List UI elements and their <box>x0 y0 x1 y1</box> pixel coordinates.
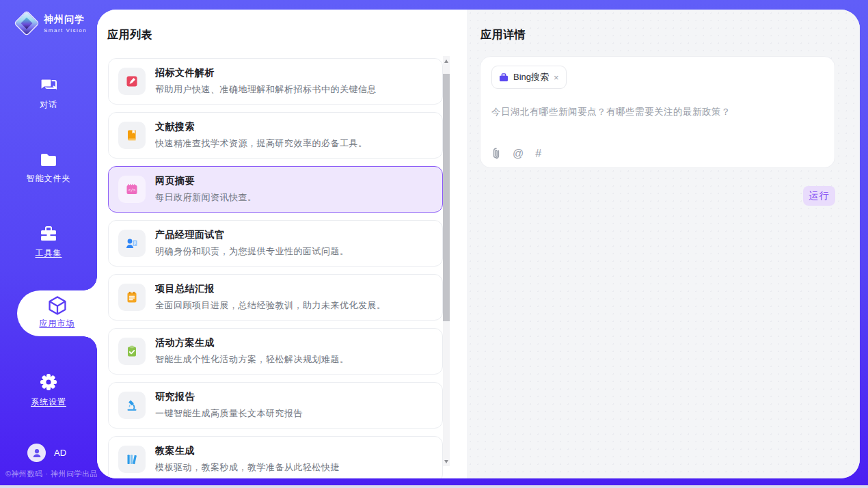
sidebar-item-label: 对话 <box>0 99 97 111</box>
bubble-curve-bottom <box>83 336 97 350</box>
app-list-title: 应用列表 <box>107 28 152 42</box>
app-item-desc: 智能生成个性化活动方案，轻松解决规划难题。 <box>155 353 349 366</box>
app-list-scrollbar[interactable] <box>443 56 450 466</box>
research-report-icon <box>125 398 139 412</box>
app-list-item-project-summary[interactable]: 项目总结汇报 全面回顾项目进展，总结经验教训，助力未来优化发展。 <box>108 274 443 321</box>
app-list-panel: 应用列表 招标文件解析 帮助用户快速、准确地理解和解析招标书中的关键信息 <box>97 10 467 478</box>
sidebar-item-settings[interactable]: 系统设置 <box>0 372 97 408</box>
web-summary-icon: </> <box>125 182 139 196</box>
app-item-title: 招标文件解析 <box>155 67 377 79</box>
app-list-item-pm-interviewer[interactable]: 产品经理面试官 明确身份和职责，为您提供专业性的面试问题。 <box>108 220 443 267</box>
event-plan-icon <box>125 344 139 358</box>
user-initials: AD <box>54 448 66 458</box>
scrollbar-down-arrow[interactable] <box>443 457 450 466</box>
sidebar-item-label: 智能文件夹 <box>0 173 97 185</box>
app-list-item-web-summary[interactable]: </> 网页摘要 每日政府新闻资讯快查。 <box>108 166 443 213</box>
app-item-desc: 明确身份和职责，为您提供专业性的面试问题。 <box>155 245 349 258</box>
tool-chip-bing-search[interactable]: Bing搜索 × <box>491 66 567 89</box>
brand-logo: 神州问学 Smart Vision <box>14 10 87 36</box>
brand-diamond-icon <box>14 10 40 36</box>
app-item-desc: 一键智能生成高质量长文本研究报告 <box>155 407 303 420</box>
app-item-desc: 模板驱动，教案秒成，教学准备从此轻松快捷 <box>155 461 340 474</box>
topic-hash-icon[interactable]: # <box>535 148 541 159</box>
app-item-title: 活动方案生成 <box>155 337 349 349</box>
sidebar-item-smart-folder[interactable]: 智能文件夹 <box>0 152 97 185</box>
app-list-item-tender-parse[interactable]: 招标文件解析 帮助用户快速、准确地理解和解析招标书中的关键信息 <box>108 58 443 105</box>
avatar <box>27 444 46 462</box>
tender-parse-icon <box>125 74 139 88</box>
lesson-plan-icon <box>125 452 139 466</box>
app-item-desc: 每日政府新闻资讯快查。 <box>155 191 257 204</box>
app-item-title: 研究报告 <box>155 391 303 403</box>
composer-toolbar: @ # <box>491 148 824 159</box>
prompt-card[interactable]: Bing搜索 × 今日湖北有哪些新闻要点？有哪些需要关注的最新政策？ @ # <box>480 56 835 168</box>
sidebar-item-app-market[interactable]: 应用市场 <box>17 290 97 336</box>
person-icon <box>31 448 42 459</box>
chat-icon <box>39 77 58 94</box>
mention-icon[interactable]: @ <box>513 148 524 159</box>
user-account[interactable]: AD <box>27 444 66 462</box>
app-item-title: 项目总结汇报 <box>155 283 386 295</box>
attach-icon[interactable] <box>491 148 501 159</box>
folder-icon <box>39 152 58 168</box>
brand-subtitle: Smart Vision <box>44 27 87 33</box>
sidebar-item-label: 应用市场 <box>17 318 97 329</box>
window-bottom-edge <box>0 485 868 488</box>
app-item-desc: 帮助用户快速、准确地理解和解析招标书中的关键信息 <box>155 83 377 96</box>
app-detail-panel: 应用详情 Bing搜索 × 今日湖北有哪些新闻要点？有哪些需要关注的最新政策？ <box>467 10 860 478</box>
literature-search-icon <box>125 128 139 142</box>
app-item-desc: 快速精准查找学术资源，提高研究效率的必备工具。 <box>155 137 368 150</box>
svg-text:</>: </> <box>128 187 136 192</box>
app-list-item-literature-search[interactable]: 文献搜索 快速精准查找学术资源，提高研究效率的必备工具。 <box>108 112 443 159</box>
app-item-desc: 全面回顾项目进展，总结经验教训，助力未来优化发展。 <box>155 299 386 312</box>
cube-icon <box>46 295 68 316</box>
pm-interviewer-icon <box>125 236 139 250</box>
brand-name: 神州问学 <box>44 14 87 26</box>
main-container: 应用列表 招标文件解析 帮助用户快速、准确地理解和解析招标书中的关键信息 <box>97 10 860 478</box>
sidebar-item-label: 工具集 <box>0 247 97 259</box>
app-list: 招标文件解析 帮助用户快速、准确地理解和解析招标书中的关键信息 文献搜索 快速精… <box>108 58 443 478</box>
run-button[interactable]: 运行 <box>803 186 835 206</box>
scrollbar-thumb[interactable] <box>443 74 450 321</box>
app-list-item-event-plan[interactable]: 活动方案生成 智能生成个性化活动方案，轻松解决规划难题。 <box>108 328 443 375</box>
bubble-curve-top <box>83 277 97 290</box>
app-item-title: 产品经理面试官 <box>155 229 349 241</box>
app-item-title: 文献搜索 <box>155 121 368 133</box>
toolbox-icon <box>39 225 58 243</box>
project-summary-icon <box>125 290 139 304</box>
prompt-text[interactable]: 今日湖北有哪些新闻要点？有哪些需要关注的最新政策？ <box>491 106 824 148</box>
app-item-title: 教案生成 <box>155 445 340 457</box>
sidebar-item-toolbox[interactable]: 工具集 <box>0 225 97 259</box>
tool-chip-label: Bing搜索 <box>513 71 549 83</box>
gear-icon <box>39 372 58 392</box>
sidebar-item-label: 系统设置 <box>0 396 97 408</box>
chip-close-icon[interactable]: × <box>554 73 559 82</box>
app-item-title: 网页摘要 <box>155 175 257 187</box>
sidebar: 神州问学 Smart Vision 对话 智能文件夹 工具集 应用市场 <box>0 0 97 485</box>
sidebar-item-chat[interactable]: 对话 <box>0 77 97 111</box>
app-list-item-lesson-plan[interactable]: 教案生成 模板驱动，教案秒成，教学准备从此轻松快捷 <box>108 436 443 478</box>
app-list-item-research-report[interactable]: 研究报告 一键智能生成高质量长文本研究报告 <box>108 382 443 429</box>
scrollbar-up-arrow[interactable] <box>443 56 450 66</box>
app-detail-title: 应用详情 <box>480 28 526 42</box>
briefcase-icon <box>499 73 508 82</box>
copyright-text: ©神州数码 · 神州问学出品 <box>5 469 97 479</box>
